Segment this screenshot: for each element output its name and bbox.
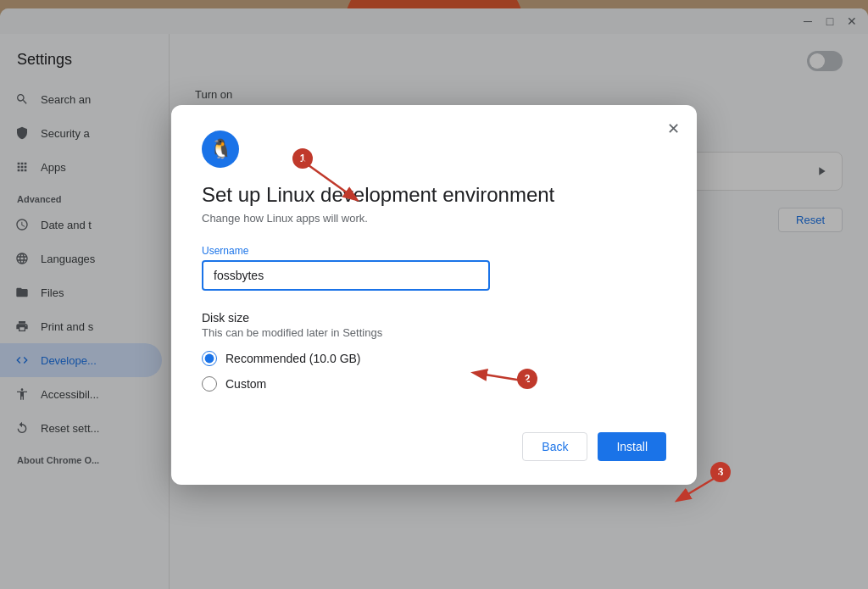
linux-icon: 🐧 (209, 138, 232, 160)
radio-custom[interactable] (202, 376, 217, 392)
annotation-3: 3 (710, 462, 731, 482)
radio-option-custom[interactable]: Custom (202, 376, 666, 392)
username-input[interactable] (202, 260, 490, 291)
annotation-1: 1 (292, 148, 313, 169)
disk-size-section: Disk size This can be modified later in … (202, 311, 666, 402)
modal-footer: Back Install (202, 415, 666, 461)
radio-custom-label: Custom (225, 377, 266, 391)
linux-setup-modal: ✕ 🐧 Set up Linux development environment… (171, 105, 697, 485)
modal-overlay: ✕ 🐧 Set up Linux development environment… (0, 0, 868, 589)
radio-recommended-label: Recommended (10.0 GB) (225, 352, 361, 365)
annotation-2: 2 (517, 369, 537, 389)
modal-title: Set up Linux development environment (202, 183, 666, 207)
username-label: Username (202, 245, 666, 257)
modal-subtitle: Change how Linux apps will work. (202, 212, 666, 225)
install-button[interactable]: Install (598, 432, 666, 461)
disk-size-title: Disk size (202, 311, 666, 325)
disk-size-desc: This can be modified later in Settings (202, 326, 666, 339)
back-button[interactable]: Back (522, 432, 587, 461)
modal-logo: 🐧 (202, 131, 239, 168)
modal-close-button[interactable]: ✕ (661, 117, 685, 141)
radio-recommended[interactable] (202, 351, 217, 366)
radio-option-recommended[interactable]: Recommended (10.0 GB) (202, 351, 666, 366)
